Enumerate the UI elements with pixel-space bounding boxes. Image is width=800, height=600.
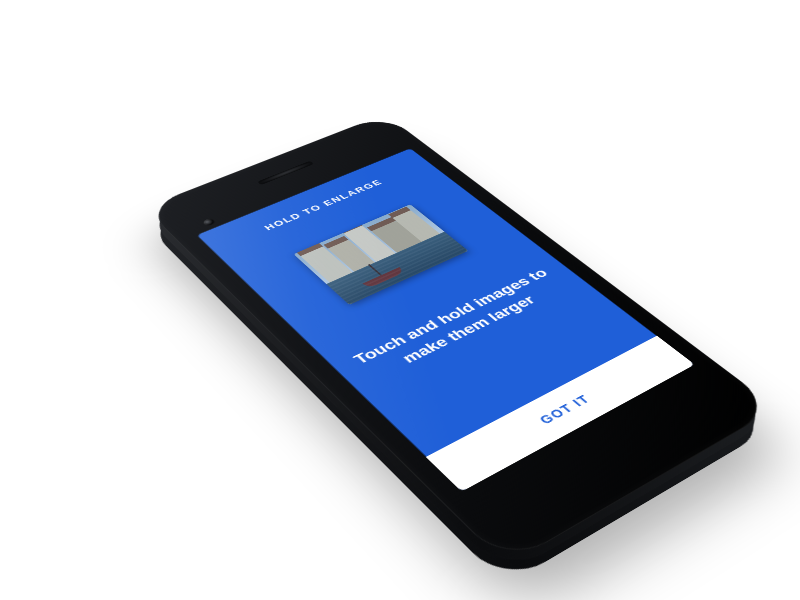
earpiece (257, 161, 314, 185)
enlarge-preview-image[interactable] (294, 204, 469, 305)
scene: HOLD TO ENLARGE Touch a (0, 0, 800, 600)
front-camera (202, 217, 217, 226)
phone-mockup: HOLD TO ENLARGE Touch a (144, 114, 777, 566)
got-it-label: GOT IT (536, 392, 593, 426)
